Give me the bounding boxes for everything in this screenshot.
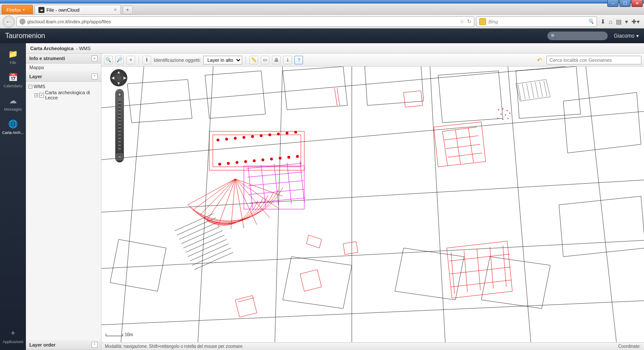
search-go-icon[interactable]: 🔍 (588, 19, 594, 24)
zoom-track[interactable] (118, 100, 121, 152)
window-minimize-button[interactable]: – (607, 0, 619, 7)
layer-select[interactable]: Layer in alto (203, 56, 242, 64)
sidebar-label: Messages (4, 107, 22, 111)
sidebar-label: Calendario (3, 84, 22, 88)
svg-point-9 (277, 133, 280, 135)
menu-dropdown-icon[interactable]: ✚▾ (631, 18, 640, 25)
export-icon[interactable]: ⤓ (283, 56, 292, 64)
status-coord-label: Coordinate: (618, 344, 641, 349)
bookmarks-icon[interactable]: ▤ (616, 18, 622, 25)
gis-breadcrumb: Carta Archeologica - WMS (26, 43, 644, 54)
window-maximize-button[interactable]: ☐ (619, 0, 631, 7)
home-icon[interactable]: ⌂ (609, 18, 612, 25)
owncloud-sidebar: 📁 File 📅 Calendario ☁ Messages 🌐 Carta A… (0, 43, 26, 350)
measure-distance-icon[interactable]: 📏 (249, 56, 258, 64)
sidebar-label: File (10, 60, 16, 65)
map-canvas[interactable]: ▲ ▼ ◀ ▶ + − 10m (101, 67, 644, 342)
zoom-extent-icon[interactable]: ⌖ (126, 56, 135, 64)
breadcrumb-title: Carta Archeologica (30, 46, 73, 51)
sidebar-item-messages[interactable]: ☁ Messages (4, 96, 22, 111)
globe-icon (19, 19, 25, 25)
svg-point-15 (244, 160, 247, 163)
zoom-in-icon[interactable]: 🔍 (104, 56, 113, 64)
scale-bar: 10m (106, 332, 133, 337)
owncloud-search-input[interactable]: 🔍 (547, 32, 608, 40)
map-toolbar: 🔍 🔎 ⌖ ℹ Identificazione oggetti: Layer i… (101, 54, 644, 67)
zoom-out-button[interactable]: − (116, 153, 123, 160)
pan-east-icon[interactable]: ▶ (117, 76, 133, 80)
help-icon[interactable]: ? (294, 56, 303, 64)
measure-area-icon[interactable]: ▭ (261, 56, 269, 64)
firefox-menu-label: Firefox (6, 7, 21, 13)
svg-point-5 (243, 136, 245, 139)
zoom-slider[interactable]: + − (115, 89, 124, 162)
svg-point-19 (279, 157, 281, 159)
windows-titlebar: – ☐ ✕ (0, 0, 644, 3)
undo-icon[interactable]: ↶ (535, 56, 544, 64)
window-close-button[interactable]: ✕ (631, 0, 643, 7)
user-name: Giacomo (614, 33, 635, 39)
svg-point-7 (260, 134, 262, 137)
collapse-left-icon[interactable]: « (92, 55, 98, 61)
chevron-down-icon: ▾ (636, 33, 639, 39)
svg-point-26 (505, 115, 506, 115)
addon-icon[interactable]: ▾ (625, 18, 628, 25)
sidebar-item-file[interactable]: 📁 File (7, 49, 19, 65)
collapse-up-icon[interactable]: ˄ (92, 73, 98, 80)
svg-point-14 (236, 161, 238, 164)
tree-node-layer[interactable]: + ✓ Carta archeologica di Lecce (28, 89, 98, 101)
panel-header-layer-order[interactable]: Layer order ˄ (26, 340, 101, 350)
sidebar-item-calendario[interactable]: 📅 Calendario (3, 73, 22, 88)
panel-header-layer[interactable]: Layer ˄ (26, 72, 101, 82)
panel-title: Layer order (29, 342, 56, 347)
svg-point-23 (502, 108, 503, 109)
search-icon: 🔍 (551, 34, 556, 38)
search-bar[interactable]: Bing 🔍 (476, 16, 597, 27)
tree-node-wms[interactable]: − WMS (28, 83, 98, 89)
geonames-search-input[interactable] (546, 56, 641, 64)
svg-point-16 (253, 159, 256, 162)
breadcrumb-layer: - WMS (76, 46, 91, 51)
zoom-out-icon[interactable]: 🔎 (115, 56, 124, 64)
svg-point-4 (234, 137, 237, 140)
url-bar[interactable]: giscloud.ibam.cnr.it/index.php/apps/file… (16, 16, 474, 27)
cloud-icon: ☁ (7, 96, 19, 105)
calendar-icon: 📅 (7, 73, 19, 82)
firefox-tabstrip: Firefox ☁ File - ownCloud ✕ + (0, 3, 644, 15)
browser-tab[interactable]: ☁ File - ownCloud ✕ (35, 5, 121, 14)
svg-point-27 (509, 113, 510, 114)
svg-point-18 (270, 158, 273, 160)
sidebar-item-applicazioni[interactable]: + Applicazioni (3, 328, 23, 344)
firefox-menu-button[interactable]: Firefox (2, 5, 33, 14)
gis-side-panel: Info e strumenti « Mappa Layer ˄ − WMS +… (26, 54, 101, 350)
tab-close-icon[interactable]: ✕ (114, 7, 117, 12)
identify-icon[interactable]: ℹ (142, 56, 151, 64)
back-button[interactable]: ← (3, 16, 15, 28)
pan-north-icon[interactable]: ▲ (110, 70, 127, 74)
svg-point-30 (508, 118, 508, 119)
sidebar-item-carta-arch[interactable]: 🌐 Carta Arch... (2, 119, 24, 135)
map-navigation-control: ▲ ▼ ◀ ▶ + − (110, 69, 129, 162)
panel-header-info[interactable]: Info e strumenti « (26, 54, 101, 64)
downloads-icon[interactable]: ⬇ (600, 18, 606, 25)
reload-stop-icon[interactable]: ↻ (467, 19, 471, 25)
layer-tree: − WMS + ✓ Carta archeologica di Lecce (26, 82, 101, 102)
print-icon[interactable]: 🖶 (272, 56, 281, 64)
pan-compass[interactable]: ▲ ▼ ◀ ▶ (110, 69, 127, 86)
pan-south-icon[interactable]: ▼ (110, 81, 127, 86)
panel-row-mappa[interactable]: Mappa (26, 64, 101, 72)
svg-point-17 (262, 159, 264, 161)
tree-toggle-icon[interactable]: + (35, 93, 38, 97)
bookmark-star-icon[interactable]: ☆ (460, 19, 464, 25)
search-placeholder: Bing (489, 19, 498, 24)
svg-point-22 (498, 109, 499, 110)
user-menu[interactable]: Giacomo ▾ (614, 33, 639, 39)
new-tab-button[interactable]: + (123, 6, 133, 14)
svg-point-10 (286, 132, 288, 134)
checkbox-icon[interactable]: ✓ (39, 93, 44, 98)
owncloud-favicon-icon: ☁ (38, 7, 44, 13)
zoom-in-button[interactable]: + (116, 91, 123, 98)
collapse-up-icon[interactable]: ˄ (92, 342, 98, 348)
tree-toggle-icon[interactable]: − (28, 85, 32, 89)
globe-icon: 🌐 (7, 119, 19, 129)
